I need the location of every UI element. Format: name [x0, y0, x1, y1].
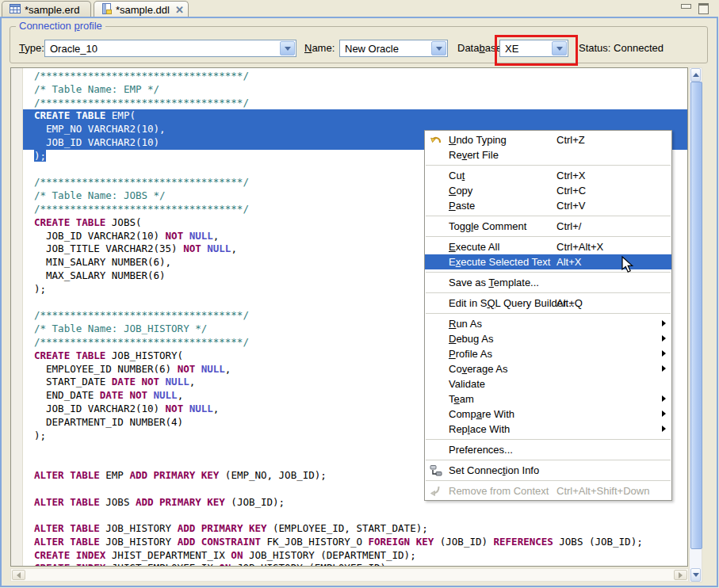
tab-sample-ddl[interactable]: *sample.ddl ✕ — [94, 1, 189, 17]
menu-item-label: Execute Selected Text — [449, 256, 550, 268]
undo-typing-menu-item[interactable]: Undo TypingCtrl+Z — [425, 132, 671, 147]
menu-separator — [426, 292, 671, 293]
submenu-arrow-icon — [662, 365, 666, 372]
undo-icon — [429, 133, 442, 147]
menu-item-label: Edit in SQL Query Builder... — [449, 297, 575, 309]
paste-menu-item[interactable]: PasteCtrl+V — [425, 198, 671, 213]
name-combo-value: New Oracle — [345, 43, 399, 55]
close-icon[interactable]: ✕ — [175, 5, 184, 15]
menu-item-label: Profile As — [449, 348, 492, 360]
menu-item-label: Run As — [449, 318, 482, 330]
name-combo[interactable]: New Oracle — [339, 40, 448, 57]
menu-item-label: Save as Template... — [449, 277, 539, 288]
menu-separator — [426, 460, 671, 460]
tab-label: *sample.erd — [25, 4, 79, 16]
vertical-scrollbar-thumb[interactable] — [690, 82, 702, 549]
menu-item-label: Set Connection Info — [449, 464, 539, 476]
scroll-down-icon[interactable] — [690, 568, 701, 582]
code-line: ALTER TABLE JOB_HISTORY ADD PRIMARY KEY … — [23, 522, 687, 536]
code-line: /**********************************/ — [23, 70, 687, 83]
menu-item-shortcut: Ctrl+V — [556, 198, 585, 213]
menu-item-label: Preferences... — [449, 444, 513, 456]
menu-separator — [426, 480, 671, 481]
table-icon — [10, 4, 21, 16]
run-as-menu-item[interactable]: Run As — [425, 316, 671, 331]
menu-separator — [426, 165, 671, 166]
annotation-ruler — [11, 68, 23, 566]
revert-file-menu-item[interactable]: Revert File — [425, 147, 671, 162]
code-line: CREATE INDEX JHIST_EMPLOYEE_IX ON JOB_HI… — [23, 562, 687, 567]
coverage-as-menu-item[interactable]: Coverage As — [425, 361, 671, 376]
editor-tab-bar: *sample.erd *sample.ddl ✕ — [0, 0, 719, 17]
set-connection-info-menu-item[interactable]: Set Connection Info — [425, 463, 671, 478]
validate-menu-item[interactable]: Validate — [425, 376, 671, 391]
menu-item-label: Validate — [449, 378, 485, 390]
type-label: Type: — [19, 42, 44, 54]
remove-from-context-menu-item: Remove from ContextCtrl+Alt+Shift+Down — [425, 483, 671, 498]
menu-separator — [426, 313, 671, 314]
menu-item-label: Undo Typing — [449, 134, 507, 146]
menu-item-label: Execute All — [449, 241, 499, 253]
menu-item-label: Revert File — [449, 149, 499, 161]
menu-item-label: Paste — [449, 200, 475, 212]
menu-item-label: Debug As — [449, 333, 493, 345]
menu-item-shortcut: Ctrl+C — [556, 183, 586, 198]
menu-item-shortcut: Alt+Q — [556, 296, 583, 311]
scroll-left-icon[interactable] — [12, 570, 25, 580]
combo-arrow-icon[interactable] — [280, 41, 295, 55]
compare-with-menu-item[interactable]: Compare With — [425, 407, 671, 422]
combo-arrow-icon[interactable] — [431, 41, 446, 55]
name-label: Name: — [304, 42, 335, 54]
code-line: /**********************************/ — [23, 97, 687, 110]
toggle-comment-menu-item[interactable]: Toggle CommentCtrl+/ — [425, 219, 671, 234]
vertical-scrollbar[interactable] — [689, 67, 702, 582]
menu-item-label: Team — [449, 393, 474, 405]
copy-menu-item[interactable]: CopyCtrl+C — [425, 183, 671, 198]
debug-as-menu-item[interactable]: Debug As — [425, 331, 671, 346]
database-highlight-box — [495, 35, 578, 66]
cut-menu-item[interactable]: CutCtrl+X — [425, 168, 671, 183]
submenu-arrow-icon — [662, 350, 666, 357]
save-as-template-menu-item[interactable]: Save as Template... — [425, 275, 671, 290]
code-line — [23, 509, 687, 522]
mouse-cursor — [621, 256, 637, 277]
scroll-up-icon[interactable] — [690, 68, 701, 82]
menu-item-shortcut: Ctrl+Z — [556, 132, 585, 147]
menu-item-label: Compare With — [449, 408, 514, 420]
code-line: CREATE INDEX JHIST_DEPARTMENT_IX ON JOB_… — [23, 549, 687, 563]
menu-separator — [426, 439, 671, 440]
window-controls — [681, 3, 709, 14]
connection-icon — [429, 464, 442, 477]
minimize-icon[interactable] — [681, 4, 691, 9]
replace-with-menu-item[interactable]: Replace With — [425, 422, 671, 437]
menu-item-shortcut: Ctrl+X — [556, 168, 585, 183]
submenu-arrow-icon — [662, 335, 666, 342]
maximize-icon[interactable] — [698, 3, 709, 14]
execute-all-menu-item[interactable]: Execute AllCtrl+Alt+X — [425, 239, 671, 254]
remove-context-icon — [429, 484, 442, 498]
menu-item-shortcut: Ctrl+/ — [556, 219, 581, 234]
type-combo-value: Oracle_10 — [50, 43, 98, 55]
context-menu: Undo TypingCtrl+ZRevert FileCutCtrl+XCop… — [424, 130, 672, 501]
profile-as-menu-item[interactable]: Profile As — [425, 346, 671, 361]
status-text: Status: Connected — [579, 42, 664, 54]
menu-item-label: Coverage As — [449, 363, 507, 375]
tab-sample-erd[interactable]: *sample.erd — [2, 1, 91, 17]
menu-item-label: Cut — [449, 170, 465, 181]
team-menu-item[interactable]: Team — [425, 391, 671, 407]
menu-item-shortcut: Alt+X — [556, 254, 581, 269]
code-line: ALTER TABLE JOB_HISTORY ADD CONSTRAINT F… — [23, 536, 687, 549]
sql-editor-window: { "tabs": [ {"label": "*sample.erd", "ic… — [0, 0, 719, 588]
scroll-right-icon[interactable] — [674, 570, 687, 580]
preferences-menu-item[interactable]: Preferences... — [425, 442, 671, 457]
type-combo[interactable]: Oracle_10 — [44, 40, 296, 57]
menu-item-shortcut: Ctrl+Alt+Shift+Down — [556, 483, 649, 498]
tab-label: *sample.ddl — [116, 4, 170, 16]
connection-profile-label: Connection profile — [16, 20, 105, 32]
menu-separator — [426, 216, 671, 216]
code-line: /* Table Name: EMP */ — [23, 83, 687, 97]
menu-item-shortcut: Ctrl+Alt+X — [556, 239, 603, 254]
edit-in-sql-query-builder-menu-item[interactable]: Edit in SQL Query Builder...Alt+Q — [425, 296, 671, 311]
submenu-arrow-icon — [662, 410, 666, 417]
horizontal-scrollbar[interactable] — [10, 568, 689, 582]
